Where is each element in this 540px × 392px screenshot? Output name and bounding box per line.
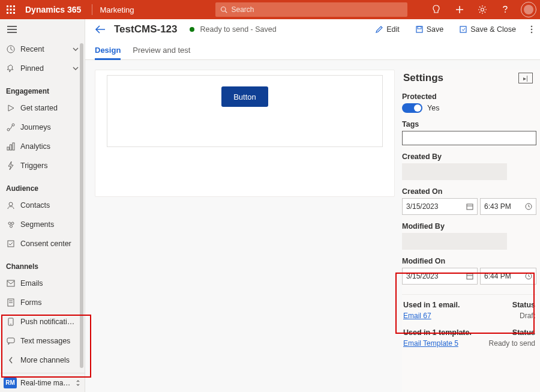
sidebar-item-recent[interactable]: Recent: [0, 40, 85, 59]
modified-on-date[interactable]: 3/15/2023: [402, 268, 478, 285]
svg-point-34: [10, 324, 11, 325]
created-on-time[interactable]: 6:43 PM: [480, 198, 536, 215]
search-icon: [220, 6, 227, 13]
consent-icon: [6, 240, 16, 248]
created-on-date[interactable]: 3/15/2023: [402, 198, 478, 215]
svg-rect-52: [467, 204, 473, 210]
svg-point-14: [505, 11, 506, 13]
app-launcher-icon[interactable]: [4, 2, 18, 17]
email-icon: [6, 280, 16, 287]
used-email-link[interactable]: Email 67: [403, 312, 431, 320]
sidebar-item-segments[interactable]: Segments: [0, 215, 85, 234]
tags-label: Tags: [402, 120, 536, 128]
sidebar-item-triggers[interactable]: Triggers: [0, 156, 85, 175]
push-icon: [6, 318, 16, 326]
svg-rect-3: [7, 9, 8, 11]
journey-icon: [6, 123, 16, 131]
sidebar-item-consent[interactable]: Consent center: [0, 234, 85, 253]
svg-rect-55: [467, 274, 473, 279]
svg-rect-23: [13, 143, 14, 150]
chevron-down-icon: [73, 47, 79, 51]
svg-point-19: [7, 128, 10, 131]
modified-by-value: [402, 233, 507, 250]
used-template-link[interactable]: Email Template 5: [403, 339, 458, 348]
clock-icon: [6, 45, 16, 53]
app-name: Marketing: [100, 5, 140, 14]
created-by-value: [402, 163, 507, 180]
tags-input[interactable]: [402, 131, 536, 145]
page-header: TestCMS-123 Ready to send - Saved Edit S…: [85, 19, 540, 40]
user-avatar[interactable]: [521, 2, 536, 17]
more-vertical-icon: [530, 25, 533, 34]
help-icon[interactable]: [496, 0, 515, 19]
tab-design[interactable]: Design: [95, 46, 121, 59]
collapse-panel-icon[interactable]: ▸|: [518, 73, 533, 83]
save-close-icon: [459, 25, 467, 34]
bolt-icon: [6, 161, 16, 170]
clock-icon: [525, 203, 532, 210]
top-bar: Dynamics 365 Marketing Search: [0, 0, 540, 19]
protected-toggle[interactable]: [402, 103, 422, 113]
sidebar-item-get-started[interactable]: Get started: [0, 98, 85, 118]
global-search[interactable]: Search: [215, 2, 407, 17]
sidebar-scrollbar[interactable]: [79, 43, 85, 368]
sidebar-item-text[interactable]: Text messages: [0, 331, 85, 351]
svg-point-49: [531, 26, 533, 28]
sidebar-item-contacts[interactable]: Contacts: [0, 196, 85, 215]
hamburger-icon[interactable]: [0, 19, 85, 40]
add-icon[interactable]: [450, 0, 469, 19]
brand-label: Dynamics 365: [22, 5, 85, 14]
edit-button[interactable]: Edit: [370, 22, 404, 37]
svg-rect-21: [7, 147, 9, 150]
area-switcher[interactable]: RM Real-time marketi…: [0, 373, 85, 392]
sidebar-item-pinned[interactable]: Pinned: [0, 59, 85, 78]
back-button[interactable]: [92, 22, 108, 37]
svg-rect-4: [10, 9, 12, 11]
form-icon: [6, 298, 16, 307]
used-email-status-label: Status: [512, 301, 535, 309]
designer-canvas[interactable]: Button: [95, 70, 395, 197]
used-template-status: Ready to send: [489, 339, 535, 348]
svg-rect-2: [13, 5, 15, 7]
svg-point-27: [10, 225, 13, 228]
used-email-title: Used in 1 email.: [403, 301, 460, 309]
modified-by-label: Modified By: [402, 222, 536, 231]
created-by-label: Created By: [402, 152, 536, 161]
sidebar-item-analytics[interactable]: Analytics: [0, 137, 85, 156]
sidebar-item-journeys[interactable]: Journeys: [0, 118, 85, 137]
modified-on-label: Modified On: [402, 257, 536, 265]
svg-rect-22: [10, 145, 12, 150]
sidebar-item-emails[interactable]: Emails: [0, 274, 85, 293]
svg-point-13: [481, 8, 484, 11]
page-title: TestCMS-123: [114, 23, 178, 35]
person-icon: [6, 201, 16, 210]
save-button[interactable]: Save: [410, 22, 449, 37]
sidebar-item-forms[interactable]: Forms: [0, 293, 85, 312]
status-text: Ready to send - Saved: [200, 25, 277, 34]
email-body[interactable]: Button: [107, 75, 383, 147]
svg-rect-8: [13, 12, 15, 14]
assistant-icon[interactable]: [427, 0, 446, 19]
search-placeholder: Search: [231, 5, 254, 14]
sidebar-item-push[interactable]: Push notifications: [0, 312, 85, 331]
calendar-icon: [466, 203, 473, 210]
save-close-button[interactable]: Save & Close: [454, 22, 521, 37]
modified-on-time[interactable]: 6:44 PM: [480, 268, 536, 285]
tab-preview[interactable]: Preview and test: [133, 46, 190, 59]
main-content: TestCMS-123 Ready to send - Saved Edit S…: [85, 19, 540, 392]
chart-icon: [6, 142, 16, 151]
svg-point-51: [531, 32, 533, 34]
settings-gear-icon[interactable]: [473, 0, 492, 19]
sidebar-item-more-channels[interactable]: More channels: [0, 351, 85, 370]
swap-icon: [75, 379, 81, 387]
chevron-left-icon: [6, 357, 16, 364]
button-element[interactable]: Button: [221, 86, 268, 107]
sidebar-header-audience: Audience: [0, 175, 85, 196]
used-email-status: Draft: [520, 312, 535, 320]
protected-label: Protected: [402, 92, 536, 101]
svg-rect-28: [8, 241, 14, 247]
more-commands[interactable]: [527, 22, 536, 37]
svg-point-9: [221, 7, 226, 12]
form-tabs: Design Preview and test: [85, 40, 540, 60]
pin-icon: [6, 64, 16, 73]
